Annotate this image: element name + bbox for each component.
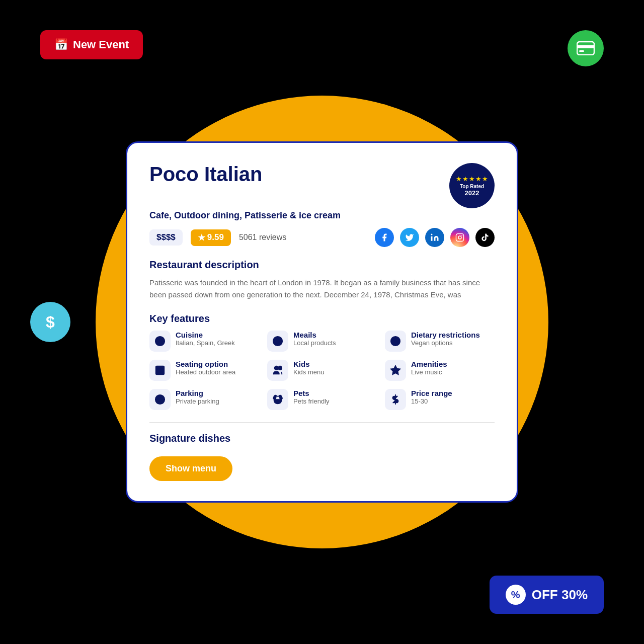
feature-amenities: Amenities Live music — [385, 360, 495, 381]
feature-dietary: Dietary restrictions Vegan options — [385, 331, 495, 352]
price-badge: $$$$ — [149, 229, 183, 246]
kids-text: Kids Kids menu — [293, 360, 324, 376]
dietary-name: Dietary restrictions — [411, 331, 480, 339]
svg-marker-14 — [391, 366, 400, 374]
parking-icon — [149, 389, 171, 410]
cuisine-value: Italian, Spain, Greek — [176, 339, 235, 347]
price-text: Price range 15-30 — [411, 389, 452, 405]
card-header: Poco Italian ★★★★★ Top Rated 2022 — [149, 163, 495, 208]
rating-row: $$$$ ★ 9.59 5061 reviews — [149, 228, 495, 247]
amenities-text: Amenities Live music — [411, 360, 447, 376]
divider — [149, 422, 495, 423]
twitter-icon[interactable] — [400, 228, 419, 247]
svg-rect-2 — [579, 50, 584, 52]
restaurant-card: Poco Italian ★★★★★ Top Rated 2022 Cafe, … — [126, 141, 518, 503]
svg-point-12 — [275, 366, 278, 370]
feature-meals: Meails Local products — [267, 331, 377, 352]
parking-value: Private parking — [176, 397, 219, 405]
signature-dishes-title: Signature dishes — [149, 433, 495, 444]
svg-rect-1 — [577, 45, 594, 48]
tiktok-icon[interactable] — [475, 228, 495, 247]
meals-text: Meails Local products — [293, 331, 336, 347]
cuisine-name: Cuisine — [176, 331, 235, 339]
feature-cuisine: Cuisine Italian, Spain, Greek — [149, 331, 259, 352]
seating-value: Heated outdoor area — [176, 368, 235, 376]
kids-value: Kids menu — [293, 368, 324, 376]
meals-icon — [267, 331, 288, 352]
seating-text: Seating option Heated outdoor area — [176, 360, 235, 376]
dollar-badge: $ — [30, 302, 70, 342]
restaurant-info: Poco Italian — [149, 163, 263, 185]
instagram-icon[interactable] — [450, 228, 469, 247]
dietary-icon — [385, 331, 406, 352]
show-menu-button[interactable]: Show menu — [149, 456, 232, 481]
svg-point-6 — [461, 235, 462, 236]
social-icons — [375, 228, 495, 247]
svg-point-13 — [278, 366, 282, 370]
svg-rect-11 — [156, 366, 165, 375]
top-rated-year: 2022 — [465, 189, 479, 197]
restaurant-type: Cafe, Outdoor dining, Patisserie & ice c… — [149, 210, 495, 221]
price-icon — [385, 389, 406, 410]
new-event-button[interactable]: 📅 New Event — [40, 30, 143, 59]
meals-name: Meails — [293, 331, 336, 339]
price-name: Price range — [411, 389, 452, 397]
amenities-value: Live music — [411, 368, 447, 376]
svg-point-5 — [458, 236, 461, 239]
features-grid: Cuisine Italian, Spain, Greek Meails Loc… — [149, 331, 495, 410]
kids-name: Kids — [293, 360, 324, 368]
amenities-icon — [385, 360, 406, 381]
parking-text: Parking Private parking — [176, 389, 219, 405]
features-title: Key features — [149, 313, 495, 325]
restaurant-name: Poco Italian — [149, 163, 263, 185]
feature-kids: Kids Kids menu — [267, 360, 377, 381]
seating-icon — [149, 360, 171, 381]
off-badge[interactable]: % OFF 30% — [490, 576, 604, 614]
kids-icon — [267, 360, 288, 381]
score-value: 9.59 — [207, 232, 224, 243]
top-rated-stars: ★★★★★ — [456, 175, 489, 183]
reviews-count: 5061 reviews — [239, 233, 286, 242]
dietary-text: Dietary restrictions Vegan options — [411, 331, 480, 347]
cuisine-icon — [149, 331, 171, 352]
seating-name: Seating option — [176, 360, 235, 368]
dollar-symbol: $ — [46, 313, 55, 332]
card-icon — [577, 41, 595, 55]
amenities-name: Amenities — [411, 360, 447, 368]
pets-value: Pets friendly — [293, 397, 330, 405]
top-rated-label: Top Rated — [460, 184, 484, 189]
description-text: Patisserie was founded in the heart of L… — [149, 277, 495, 301]
meals-value: Local products — [293, 339, 336, 347]
facebook-icon[interactable] — [375, 228, 394, 247]
dietary-value: Vegan options — [411, 339, 480, 347]
feature-pets: Pets Pets friendly — [267, 389, 377, 410]
star-icon: ★ — [198, 232, 205, 243]
percent-icon: % — [506, 585, 526, 605]
pets-icon — [267, 389, 288, 410]
feature-seating: Seating option Heated outdoor area — [149, 360, 259, 381]
description-title: Restaurant description — [149, 259, 495, 271]
svg-rect-4 — [456, 234, 464, 242]
off-label: OFF 30% — [532, 587, 588, 603]
parking-name: Parking — [176, 389, 219, 397]
top-rated-badge: ★★★★★ Top Rated 2022 — [449, 163, 495, 208]
cuisine-text: Cuisine Italian, Spain, Greek — [176, 331, 235, 347]
pets-name: Pets — [293, 389, 330, 397]
pets-text: Pets Pets friendly — [293, 389, 330, 405]
calendar-icon: 📅 — [54, 38, 68, 51]
feature-price: Price range 15-30 — [385, 389, 495, 410]
svg-point-3 — [431, 234, 433, 235]
card-button[interactable] — [568, 30, 604, 66]
price-value: 15-30 — [411, 397, 452, 405]
linkedin-icon[interactable] — [425, 228, 444, 247]
score-badge: ★ 9.59 — [191, 229, 231, 246]
new-event-label: New Event — [73, 38, 129, 51]
feature-parking: Parking Private parking — [149, 389, 259, 410]
